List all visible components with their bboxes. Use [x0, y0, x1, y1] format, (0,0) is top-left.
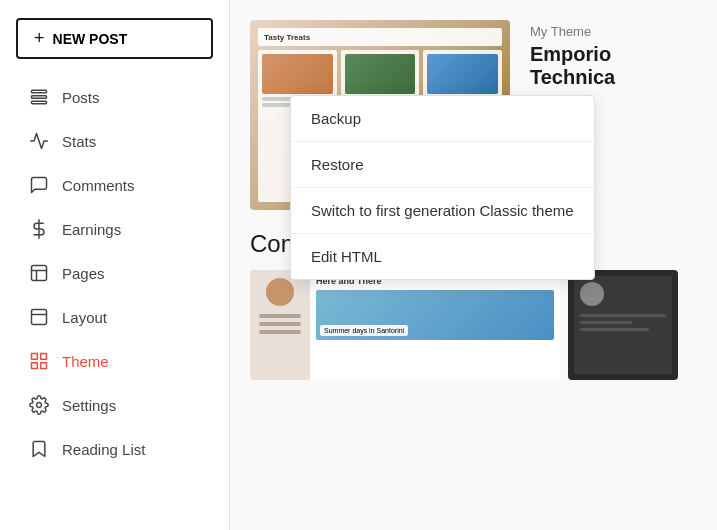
settings-icon — [28, 394, 50, 416]
pages-label: Pages — [62, 265, 105, 282]
theme-icon — [28, 350, 50, 372]
plus-icon: + — [34, 28, 45, 49]
theme-dropdown-menu: Backup Restore Switch to first generatio… — [290, 95, 595, 280]
new-post-label: NEW POST — [53, 31, 128, 47]
my-theme-label: My Theme — [530, 24, 697, 39]
earnings-icon — [28, 218, 50, 240]
sidebar-item-layout[interactable]: Layout — [8, 296, 221, 338]
earnings-label: Earnings — [62, 221, 121, 238]
dropdown-item-edit-html[interactable]: Edit HTML — [291, 234, 594, 279]
stats-icon — [28, 130, 50, 152]
sidebar-item-pages[interactable]: Pages — [8, 252, 221, 294]
preview-blog-title: Tasty Treats — [258, 28, 502, 46]
dropdown-item-backup[interactable]: Backup — [291, 96, 594, 142]
posts-label: Posts — [62, 89, 100, 106]
reading-list-icon — [28, 438, 50, 460]
sidebar-item-reading-list[interactable]: Reading List — [8, 428, 221, 470]
svg-rect-2 — [32, 101, 47, 104]
pages-icon — [28, 262, 50, 284]
sidebar-item-posts[interactable]: Posts — [8, 76, 221, 118]
layout-label: Layout — [62, 309, 107, 326]
new-post-button[interactable]: + NEW POST — [16, 18, 213, 59]
sidebar-item-stats[interactable]: Stats — [8, 120, 221, 162]
sidebar: + NEW POST Posts Stats Comments Ea — [0, 0, 230, 530]
contempo-previews: Here and There Summer days in Santorini — [250, 270, 697, 380]
theme-name: Emporio Technica — [530, 43, 697, 89]
comments-label: Comments — [62, 177, 135, 194]
svg-rect-4 — [32, 266, 47, 281]
svg-rect-0 — [32, 90, 47, 93]
svg-point-9 — [37, 403, 42, 408]
stats-label: Stats — [62, 133, 96, 150]
comments-icon — [28, 174, 50, 196]
sidebar-item-earnings[interactable]: Earnings — [8, 208, 221, 250]
svg-rect-1 — [32, 96, 47, 99]
settings-label: Settings — [62, 397, 116, 414]
sidebar-item-settings[interactable]: Settings — [8, 384, 221, 426]
sidebar-item-theme[interactable]: Theme — [8, 340, 221, 382]
contempo-preview-light[interactable]: Here and There Summer days in Santorini — [250, 270, 560, 380]
sidebar-item-comments[interactable]: Comments — [8, 164, 221, 206]
dropdown-item-restore[interactable]: Restore — [291, 142, 594, 188]
dropdown-item-switch-classic[interactable]: Switch to first generation Classic theme — [291, 188, 594, 234]
main-content: Tasty Treats — [230, 0, 717, 530]
nav-items: Posts Stats Comments Earnings Pages — [0, 75, 229, 530]
layout-icon — [28, 306, 50, 328]
theme-label: Theme — [62, 353, 109, 370]
reading-list-label: Reading List — [62, 441, 145, 458]
list-icon — [28, 86, 50, 108]
svg-rect-7 — [32, 310, 47, 325]
contempo-preview-dark[interactable] — [568, 270, 678, 380]
